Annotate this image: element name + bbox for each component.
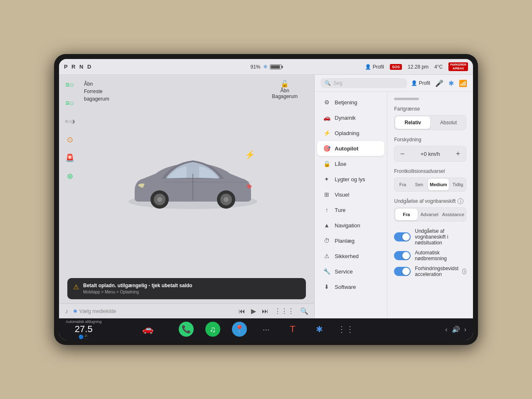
next-track-btn[interactable]: ⏭ bbox=[262, 308, 268, 315]
svg-point-3 bbox=[157, 197, 162, 202]
nav-navigation[interactable]: ▲ Navigation bbox=[317, 218, 384, 233]
chevron-right-icon[interactable]: › bbox=[464, 325, 466, 333]
info-icon[interactable]: i bbox=[458, 198, 463, 204]
car-view: ÅbnForrestebagagerum 🔓 ÅbnBagagerum bbox=[59, 75, 314, 278]
mic-icon[interactable]: 🎤 bbox=[435, 79, 443, 87]
spotify-dock-btn[interactable]: ♫ bbox=[205, 322, 220, 337]
right-top-bar: 🔍 Seg 👤 Profil 🎤 ✱ 📶 bbox=[315, 75, 473, 92]
nav-autopilot[interactable]: 🎯 Autopilot bbox=[317, 141, 384, 156]
lock-icon: 🔓 bbox=[281, 80, 289, 87]
nav-visuel-label: Visuel bbox=[335, 192, 349, 198]
alert-box[interactable]: ⚠ Betalt opladn. utilgængelig - tjek ube… bbox=[67, 278, 306, 299]
prev-track-btn[interactable]: ⏮ bbox=[239, 308, 245, 315]
autopilot-icon: 🎯 bbox=[323, 145, 330, 152]
nav-dynamik[interactable]: 🚗 Dynamik bbox=[317, 110, 384, 125]
toggle-acceleration: Forhindringsbevidst acceleration i bbox=[394, 266, 466, 277]
forskydning-group: Forskydning − +0 km/h + bbox=[394, 137, 466, 162]
top-status-bar: P R N D 91% ❄ 👤 Profil SOS 12.28 pm 4°C … bbox=[59, 59, 473, 75]
toggle-nodbremsning-switch[interactable] bbox=[394, 251, 411, 260]
forskydning-title: Forskydning bbox=[394, 137, 466, 143]
visuel-icon: ⊞ bbox=[323, 191, 330, 198]
more-dock-btn[interactable]: ··· bbox=[259, 322, 273, 337]
car-icon-dock[interactable]: 🚗 bbox=[142, 324, 153, 335]
frontkollision-title: Frontkollisionsadvarsel bbox=[394, 168, 466, 174]
undgaelse-group: Undgåelse af vognbaneskift i Fra Advarse… bbox=[394, 198, 466, 222]
rear-trunk-label[interactable]: 🔓 ÅbnBagagerum bbox=[272, 80, 298, 99]
front-trunk-label[interactable]: ÅbnForrestebagagerum bbox=[84, 80, 109, 102]
assistance-btn[interactable]: Assistance bbox=[441, 208, 466, 221]
parkering-badge: PARKERERAIRBAG bbox=[448, 62, 468, 71]
sen-btn[interactable]: Sen bbox=[411, 178, 427, 191]
lygter-icon: ✦ bbox=[323, 176, 330, 182]
bluetooth-icon-right[interactable]: ✱ bbox=[448, 79, 454, 87]
speed-decrease-btn[interactable]: − bbox=[394, 146, 410, 161]
tesla-icon-dock[interactable]: T bbox=[285, 322, 300, 337]
bluetooth-dock-btn[interactable]: ✱ bbox=[312, 322, 327, 337]
absolut-btn[interactable]: Absolut bbox=[431, 116, 466, 130]
nav-lygter-label: Lygter og lys bbox=[335, 176, 365, 182]
nav-betjening-label: Betjening bbox=[335, 99, 357, 106]
tidlig-btn[interactable]: Tidlig bbox=[450, 178, 466, 191]
relativ-btn[interactable]: Relativ bbox=[395, 116, 430, 129]
medium-btn[interactable]: Medium bbox=[428, 179, 449, 190]
toggle-acceleration-switch[interactable] bbox=[394, 267, 411, 276]
time-display: 12.28 pm bbox=[408, 64, 429, 70]
bottom-dock: Automatisk afdugning 27.5 🔵📱 🚗 📞 ♫ 📍 ···… bbox=[59, 318, 473, 340]
right-panel: 🔍 Seg 👤 Profil 🎤 ✱ 📶 ⚙ bbox=[315, 75, 473, 318]
car-svg bbox=[122, 137, 264, 220]
nav-laase[interactable]: 🔒 Låse bbox=[317, 156, 384, 171]
search-box[interactable]: 🔍 Seg bbox=[320, 78, 407, 88]
nav-betjening[interactable]: ⚙ Betjening bbox=[317, 95, 384, 110]
search-icon: 🔍 bbox=[325, 80, 331, 86]
chevron-left-icon[interactable]: ‹ bbox=[445, 325, 447, 333]
undgaelse-title: Undgåelse af vognbaneskift i bbox=[394, 198, 466, 204]
nav-opladning-label: Opladning bbox=[335, 130, 359, 136]
dock-right-controls: ‹ 🔊 › bbox=[445, 325, 466, 333]
bluetooth-small-icon: ✱ bbox=[73, 308, 77, 314]
nav-autopilot-label: Autopilot bbox=[335, 145, 358, 152]
planlaeg-icon: ⏱ bbox=[323, 237, 330, 244]
warning-icon: ⚠ bbox=[73, 283, 79, 291]
speed-control: − +0 km/h + bbox=[394, 146, 466, 162]
profile-icon-top[interactable]: 👤 Profil bbox=[365, 64, 384, 70]
nav-dynamik-label: Dynamik bbox=[335, 115, 356, 121]
software-icon: ⬇ bbox=[323, 283, 330, 290]
sidebar-nav: ⚙ Betjening 🚗 Dynamik ⚡ Opladning 🎯 bbox=[315, 92, 387, 318]
info-icon-accel[interactable]: i bbox=[462, 268, 466, 274]
fartgraense-group: Fartgrænse Relativ Absolut bbox=[394, 106, 466, 130]
media-bar: ♪ ✱ Vælg mediekilde ⏮ ▶ ⏭ ⋮⋮⋮ 🔍 bbox=[59, 303, 314, 318]
nav-lygter[interactable]: ✦ Lygter og lys bbox=[317, 172, 384, 187]
nav-service[interactable]: 🔧 Service bbox=[317, 264, 384, 279]
profile-btn-right[interactable]: 👤 Profil bbox=[411, 80, 430, 86]
opladning-icon: ⚡ bbox=[323, 130, 330, 136]
toggle-nodbremsning: Automatisk nødbremsning bbox=[394, 250, 466, 261]
speed-increase-btn[interactable]: + bbox=[450, 146, 466, 161]
media-source-label[interactable]: ✱ Vælg mediekilde bbox=[73, 308, 234, 314]
queue-icon[interactable]: ⋮⋮⋮ bbox=[274, 307, 294, 315]
volume-icon[interactable]: 🔊 bbox=[452, 325, 460, 333]
phone-dock-btn[interactable]: 📞 bbox=[179, 322, 194, 337]
navigation-icon: ▲ bbox=[323, 222, 330, 229]
media-dock-btn[interactable]: ⋮⋮ bbox=[338, 322, 353, 337]
search-placeholder: Seg bbox=[333, 80, 342, 86]
fra-btn[interactable]: Fra bbox=[394, 178, 411, 191]
sos-badge[interactable]: SOS bbox=[390, 64, 402, 70]
nav-sikkerhed[interactable]: ⚠ Sikkerhed bbox=[317, 249, 384, 264]
nav-software[interactable]: ⬇ Software bbox=[317, 279, 384, 294]
play-btn[interactable]: ▶ bbox=[251, 307, 256, 315]
advarsel-btn[interactable]: Advarsel bbox=[419, 208, 441, 221]
battery-bar bbox=[270, 64, 282, 69]
undgaelse-fra-btn[interactable]: Fra bbox=[395, 209, 417, 220]
toggle-nodsituation-switch[interactable] bbox=[394, 232, 411, 241]
nav-ture[interactable]: ↑ Ture bbox=[317, 202, 384, 217]
navigation-dock-btn[interactable]: 📍 bbox=[232, 322, 247, 337]
nav-visuel[interactable]: ⊞ Visuel bbox=[317, 187, 384, 202]
nav-planlaeg-label: Planlæg bbox=[335, 238, 355, 244]
search-media-btn[interactable]: 🔍 bbox=[300, 307, 308, 315]
nav-opladning[interactable]: ⚡ Opladning bbox=[317, 126, 384, 140]
fartgraense-title: Fartgrænse bbox=[394, 106, 466, 112]
prnd-display: P R N D bbox=[64, 64, 92, 70]
nav-planlaeg[interactable]: ⏱ Planlæg bbox=[317, 233, 384, 248]
car-image: ⚡ bbox=[122, 137, 264, 220]
betjening-icon: ⚙ bbox=[323, 99, 330, 106]
